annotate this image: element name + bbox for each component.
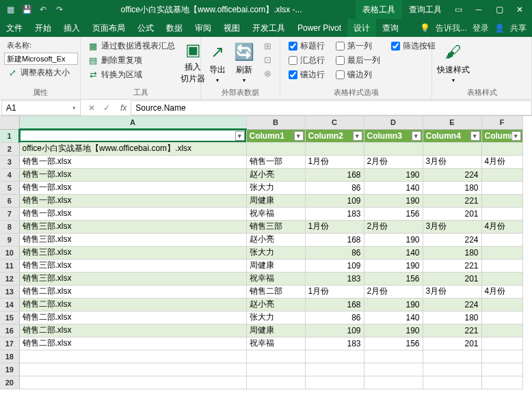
cell-B10[interactable]: 张大力 <box>246 246 305 259</box>
filter-icon[interactable]: ▾ <box>511 131 521 141</box>
cell-E18[interactable] <box>423 350 481 363</box>
cell-D4[interactable]: 190 <box>364 168 423 181</box>
cell-E16[interactable]: 221 <box>423 324 481 337</box>
row-header-18[interactable]: 18 <box>0 350 19 363</box>
cell-D10[interactable]: 140 <box>364 246 423 259</box>
cell-D8[interactable]: 2月份 <box>364 220 423 233</box>
tab-data[interactable]: 数据 <box>160 19 189 37</box>
summarize-pivot-button[interactable]: ▦通过数据透视表汇总 <box>85 40 178 53</box>
cell-F13[interactable]: 4月份 <box>481 285 522 298</box>
cell-B7[interactable]: 祝幸福 <box>246 207 305 220</box>
cell-C7[interactable]: 183 <box>305 207 364 220</box>
cell-D7[interactable]: 156 <box>364 207 423 220</box>
cell-A19[interactable] <box>19 363 246 376</box>
tab-insert[interactable]: 插入 <box>57 19 86 37</box>
cell-C5[interactable]: 86 <box>305 181 364 194</box>
row-header-10[interactable]: 10 <box>0 246 19 259</box>
cell-F3[interactable]: 4月份 <box>481 155 522 168</box>
export-button[interactable]: ↗导出▾ <box>205 40 230 85</box>
cell-A16[interactable]: 销售二部.xlsx <box>19 324 246 337</box>
cell-B19[interactable] <box>246 363 305 376</box>
cell-A4[interactable]: 销售一部.xlsx <box>19 168 246 181</box>
row-header-8[interactable]: 8 <box>0 220 19 233</box>
redo-icon[interactable]: ↷ <box>52 2 67 17</box>
cell-E6[interactable]: 221 <box>423 194 481 207</box>
cell-E19[interactable] <box>423 363 481 376</box>
cell-D16[interactable]: 190 <box>364 324 423 337</box>
cell-C20[interactable] <box>305 376 364 389</box>
cell-C2[interactable] <box>305 142 364 155</box>
cell-D19[interactable] <box>364 363 423 376</box>
tab-home[interactable]: 开始 <box>29 19 57 37</box>
undo-icon[interactable]: ↶ <box>36 2 51 17</box>
convert-to-range-button[interactable]: ⇄转换为区域 <box>85 68 178 81</box>
ext-opt-1[interactable]: ⊞ <box>259 40 276 52</box>
cell-F6[interactable] <box>481 194 522 207</box>
cell-C8[interactable]: 1月份 <box>305 220 364 233</box>
cell-A18[interactable] <box>19 350 246 363</box>
cell-C4[interactable]: 168 <box>305 168 364 181</box>
remove-duplicates-button[interactable]: ▤删除重复项 <box>85 54 178 67</box>
tab-review[interactable]: 审阅 <box>189 19 217 37</box>
row-header-5[interactable]: 5 <box>0 181 19 194</box>
cell-F5[interactable] <box>481 181 522 194</box>
cell-B3[interactable]: 销售一部 <box>246 155 305 168</box>
cell-F18[interactable] <box>481 350 522 363</box>
cell-A13[interactable]: 销售二部.xlsx <box>19 285 246 298</box>
cell-D9[interactable]: 190 <box>364 233 423 246</box>
cell-D12[interactable]: 156 <box>364 272 423 285</box>
cell-E4[interactable]: 224 <box>423 168 481 181</box>
banded-rows-checkbox[interactable]: 镶边行 <box>284 68 329 81</box>
cell-E12[interactable]: 201 <box>423 272 481 285</box>
cell-E10[interactable]: 180 <box>423 246 481 259</box>
login-button[interactable]: 登录 <box>473 23 489 34</box>
col-header-C[interactable]: C <box>305 116 364 129</box>
col-header-A[interactable]: A <box>19 116 246 129</box>
cell-F10[interactable] <box>481 246 522 259</box>
total-row-checkbox[interactable]: 汇总行 <box>284 54 329 67</box>
filter-icon[interactable]: ▾ <box>353 131 362 141</box>
cell-C12[interactable]: 183 <box>305 272 364 285</box>
cell-B8[interactable]: 销售三部 <box>246 220 305 233</box>
row-header-12[interactable]: 12 <box>0 272 19 285</box>
first-col-checkbox[interactable]: 第一列 <box>332 40 384 53</box>
refresh-button[interactable]: 🔄刷新▾ <box>232 40 257 85</box>
cell-C10[interactable]: 86 <box>305 246 364 259</box>
cell-E9[interactable]: 224 <box>423 233 481 246</box>
cell-A9[interactable]: 销售三部.xlsx <box>19 233 246 246</box>
col-header-F[interactable]: F <box>481 116 522 129</box>
cell-A11[interactable]: 销售三部.xlsx <box>19 259 246 272</box>
cell-E5[interactable]: 180 <box>423 181 481 194</box>
cell-C14[interactable]: 168 <box>305 298 364 311</box>
tab-power-pivot[interactable]: Power Pivot <box>291 19 347 37</box>
cell-D3[interactable]: 2月份 <box>364 155 423 168</box>
tell-me-icon[interactable]: 💡 <box>420 23 430 33</box>
cell-F4[interactable] <box>481 168 522 181</box>
cell-E1[interactable]: Column4▾ <box>423 129 481 142</box>
cell-C13[interactable]: 1月份 <box>305 285 364 298</box>
cell-B12[interactable]: 祝幸福 <box>246 272 305 285</box>
col-header-B[interactable]: B <box>246 116 305 129</box>
cell-F7[interactable] <box>481 207 522 220</box>
cancel-formula-icon[interactable]: ✕ <box>85 103 98 113</box>
row-header-20[interactable]: 20 <box>0 376 19 389</box>
filter-icon[interactable]: ▾ <box>235 131 245 141</box>
fx-icon[interactable]: fx <box>116 103 131 113</box>
header-row-checkbox[interactable]: 标题行 <box>284 40 329 53</box>
cell-F2[interactable] <box>481 142 522 155</box>
tab-formulas[interactable]: 公式 <box>131 19 160 37</box>
banded-cols-checkbox[interactable]: 镶边列 <box>332 68 384 81</box>
cell-D20[interactable] <box>364 376 423 389</box>
cell-B11[interactable]: 周健康 <box>246 259 305 272</box>
cell-F1[interactable]: Column5▾ <box>481 129 522 142</box>
cell-C9[interactable]: 168 <box>305 233 364 246</box>
cell-F8[interactable]: 4月份 <box>481 220 522 233</box>
select-all-corner[interactable] <box>0 116 19 129</box>
cell-D2[interactable] <box>364 142 423 155</box>
cell-C6[interactable]: 109 <box>305 194 364 207</box>
filter-icon[interactable]: ▾ <box>470 131 480 141</box>
cell-E8[interactable]: 3月份 <box>423 220 481 233</box>
row-header-14[interactable]: 14 <box>0 298 19 311</box>
cell-B2[interactable] <box>246 142 305 155</box>
formula-input[interactable]: Source.Name <box>131 100 532 115</box>
